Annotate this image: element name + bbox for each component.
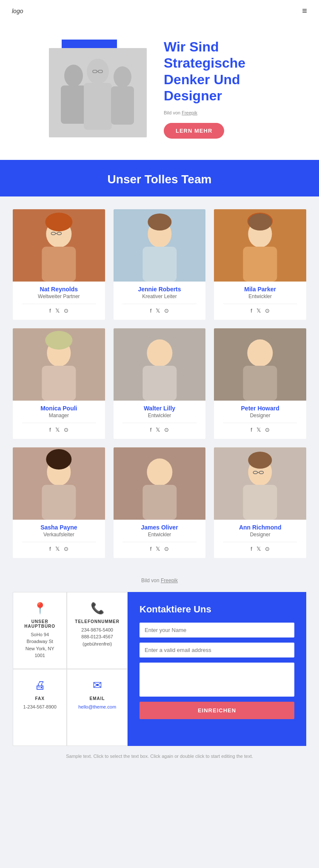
svg-rect-35 [243,366,277,401]
team-card: Peter Howard Designer f 𝕏 ⊙ [214,328,306,439]
twitter-icon[interactable]: 𝕏 [256,307,261,314]
contact-message-input[interactable] [140,663,294,697]
instagram-icon[interactable]: ⊙ [265,546,270,552]
team-card-social: f 𝕏 ⊙ [49,427,68,433]
team-member-name: Peter Howard [241,405,279,412]
facebook-icon[interactable]: f [251,307,252,314]
twitter-icon[interactable]: 𝕏 [256,546,261,552]
team-member-photo [13,447,105,520]
team-card-social: f 𝕏 ⊙ [251,307,270,314]
instagram-icon[interactable]: ⊙ [265,307,270,314]
contact-box-icon: ✉ [93,679,102,692]
svg-point-5 [114,66,131,88]
team-card: Walter Lilly Entwickler f 𝕏 ⊙ [114,328,206,439]
contact-info-box: ✉ EMAIL hello@theme.com [67,669,128,746]
twitter-icon[interactable]: 𝕏 [156,307,160,314]
logo: logo [12,8,23,14]
team-card: Jennie Roberts Kreativer Leiter f 𝕏 ⊙ [114,209,206,320]
email-link[interactable]: hello@theme.com [78,704,116,709]
twitter-icon[interactable]: 𝕏 [55,307,60,314]
instagram-icon[interactable]: ⊙ [64,546,68,552]
team-title: Unser Tolles Team [0,173,319,196]
contact-form-title: Kontaktiere Uns [140,604,294,615]
team-card: Ann Richmond Designer f 𝕏 ⊙ [214,447,306,558]
team-member-name: Walter Lilly [144,405,175,412]
menu-icon[interactable]: ≡ [302,6,307,16]
twitter-icon[interactable]: 𝕏 [156,427,160,433]
team-grid: Nat Reynolds Weltweiter Partner f 𝕏 ⊙ Je… [13,209,306,558]
facebook-icon[interactable]: f [150,307,152,314]
team-member-role: Entwickler [148,532,171,538]
instagram-icon[interactable]: ⊙ [164,307,169,314]
svg-rect-39 [42,485,76,520]
team-grid-wrapper: Nat Reynolds Weltweiter Partner f 𝕏 ⊙ Je… [0,196,319,571]
contact-submit-button[interactable]: EINREICHEN [140,702,294,719]
svg-rect-46 [243,485,277,520]
team-section: Unser Tolles Team Nat Reynolds Weltweite… [0,160,319,571]
team-member-role: Weltweiter Partner [38,293,80,299]
facebook-icon[interactable]: f [150,546,152,552]
svg-point-34 [248,339,273,367]
team-member-role: Kreativer Leiter [142,293,177,299]
contact-email-input[interactable] [140,643,294,657]
hero-credit: Bild von Freepik [164,110,291,115]
team-member-role: Designer [250,532,271,538]
team-member-name: Mila Parker [244,286,276,293]
svg-rect-6 [111,86,134,125]
facebook-icon[interactable]: f [49,546,51,552]
team-member-role: Verkaufsleiter [43,532,74,538]
team-card: Nat Reynolds Weltweiter Partner f 𝕏 ⊙ [13,209,105,320]
hero-text: Wir Sind Strategische Denker Und Designe… [164,39,291,139]
learn-more-button[interactable]: LERN MEHR [164,123,224,139]
footer-note: Sample text. Click to select the text bo… [0,746,319,766]
contact-box-icon: 🖨 [34,679,46,692]
team-freepik-credit: Bild von Freepik [0,571,319,592]
freepik-link[interactable]: Freepik [182,110,197,115]
team-card: Monica Pouli Manager f 𝕏 ⊙ [13,328,105,439]
team-card-divider [22,304,96,304]
instagram-icon[interactable]: ⊙ [64,427,68,433]
svg-point-1 [64,65,83,87]
team-member-photo [13,328,105,401]
team-card-divider [122,423,196,423]
contact-name-input[interactable] [140,623,294,637]
svg-point-24 [248,213,272,231]
instagram-icon[interactable]: ⊙ [164,427,169,433]
svg-rect-13 [42,247,76,282]
facebook-icon[interactable]: f [49,427,51,433]
twitter-icon[interactable]: 𝕏 [256,427,261,433]
team-card-social: f 𝕏 ⊙ [150,427,169,433]
twitter-icon[interactable]: 𝕏 [156,546,160,552]
facebook-icon[interactable]: f [251,427,252,433]
contact-box-label: EMAIL [90,696,105,701]
contact-box-label: FAX [35,696,44,701]
hero-people-photo [49,48,147,137]
team-member-photo [13,209,105,282]
team-card: Sasha Payne Verkaufsleiter f 𝕏 ⊙ [13,447,105,558]
svg-point-41 [147,458,172,486]
instagram-icon[interactable]: ⊙ [164,546,169,552]
facebook-icon[interactable]: f [251,546,252,552]
hero-section: Wir Sind Strategische Denker Und Designe… [0,22,319,160]
instagram-icon[interactable]: ⊙ [64,307,68,314]
contact-info-grid: 📍 UNSER HAUPTBÜRO SoHo 94 Broadway StNew… [13,592,128,746]
team-member-photo [114,209,206,282]
svg-rect-32 [142,366,177,401]
facebook-icon[interactable]: f [49,307,51,314]
team-member-photo [214,209,306,282]
contact-box-label: TELEFONNUMMER [75,619,120,624]
team-member-role: Entwickler [248,293,272,299]
facebook-icon[interactable]: f [150,427,152,433]
contact-info-box: 📍 UNSER HAUPTBÜRO SoHo 94 Broadway StNew… [13,592,67,669]
instagram-icon[interactable]: ⊙ [265,427,270,433]
contact-info-box: 📞 TELEFONNUMMER 234-9876-5400888-0123-45… [67,592,128,669]
team-card: James Oliver Entwickler f 𝕏 ⊙ [114,447,206,558]
twitter-icon[interactable]: 𝕏 [55,546,60,552]
twitter-icon[interactable]: 𝕏 [55,427,60,433]
team-card-divider [223,304,297,304]
freepik-link-2[interactable]: Freepik [161,578,178,583]
team-member-photo [214,447,306,520]
team-member-name: Ann Richmond [239,524,282,531]
contact-form-box: Kontaktiere Uns EINREICHEN [128,592,306,746]
contact-info-box: 🖨 FAX 1-234-567-8900 [13,669,67,746]
